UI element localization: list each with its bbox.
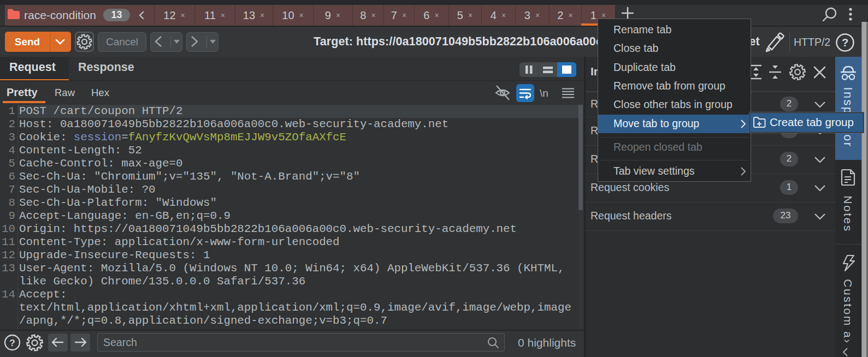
svg-text:?: ? <box>9 338 15 348</box>
svg-text:?: ? <box>842 37 848 49</box>
